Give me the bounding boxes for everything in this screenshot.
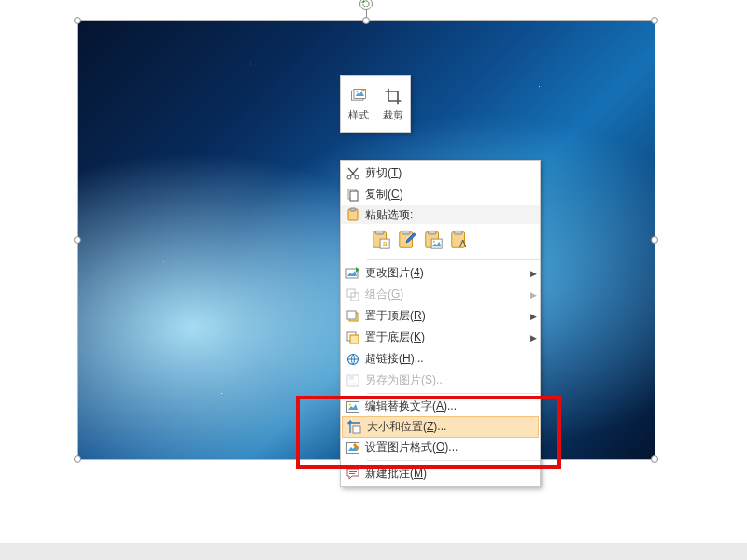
resize-handle-tr[interactable]: [651, 17, 658, 24]
alt-text-icon: [341, 399, 365, 414]
svg-rect-16: [429, 231, 436, 234]
menu-change-picture[interactable]: 更改图片(4) ▶: [341, 262, 540, 284]
svg-rect-26: [347, 311, 356, 319]
menu-save-as-picture: 另存为图片(S)...: [341, 370, 540, 391]
paste-options-header: 粘贴选项:: [341, 205, 540, 224]
submenu-arrow-icon: ▶: [527, 269, 540, 278]
clipboard-icon: [341, 207, 365, 222]
size-position-icon: [343, 420, 367, 435]
clipboard-picture-icon: [423, 230, 444, 250]
send-back-icon: [341, 330, 365, 345]
menu-separator: [367, 259, 540, 260]
menu-cut-label: 剪切(T): [365, 165, 540, 181]
crop-label: 裁剪: [383, 108, 403, 122]
crop-button[interactable]: 裁剪: [375, 76, 410, 132]
slide-canvas: 样式 裁剪 剪切(T) 复制(C) 粘贴选项:: [0, 0, 747, 543]
menu-change-picture-label: 更改图片(4): [365, 265, 527, 281]
menu-cut[interactable]: 剪切(T): [341, 162, 540, 184]
crop-icon: [383, 86, 403, 106]
new-comment-icon: [341, 467, 365, 482]
menu-send-back-label: 置于底层(K): [365, 329, 527, 345]
svg-rect-10: [376, 231, 384, 234]
submenu-arrow-icon: ▶: [527, 312, 540, 321]
picture-style-icon: [348, 86, 369, 106]
hyperlink-icon: [341, 352, 365, 367]
menu-size-and-position[interactable]: 大小和位置(Z)...: [342, 416, 539, 438]
resize-handle-ml[interactable]: [74, 236, 81, 244]
svg-point-3: [347, 175, 351, 179]
menu-save-as-picture-label: 另存为图片(S)...: [365, 372, 540, 388]
svg-point-18: [433, 241, 435, 243]
rotate-icon: [361, 0, 371, 8]
menu-group: 组合(G) ▶: [341, 284, 540, 305]
svg-rect-35: [353, 426, 360, 433]
bottom-strip: [0, 543, 747, 560]
svg-point-2: [356, 91, 358, 92]
svg-point-34: [349, 403, 351, 405]
scissors-icon: [341, 166, 365, 181]
mini-toolbar: 样式 裁剪: [340, 75, 411, 133]
resize-handle-tl[interactable]: [74, 17, 81, 24]
copy-icon: [341, 188, 365, 203]
resize-handle-mr[interactable]: [651, 236, 658, 244]
svg-rect-14: [402, 231, 410, 234]
menu-bring-front-label: 置于顶层(R): [365, 308, 527, 324]
picture-style-label: 样式: [348, 108, 369, 122]
bring-front-icon: [341, 309, 365, 324]
svg-rect-32: [349, 382, 357, 385]
clipboard-theme-icon: a: [371, 230, 391, 250]
menu-edit-alt-text[interactable]: 编辑替换文字(A)...: [341, 396, 540, 417]
context-menu: 剪切(T) 复制(C) 粘贴选项: a A: [340, 160, 541, 487]
resize-handle-bl[interactable]: [74, 455, 81, 463]
menu-format-picture-label: 设置图片格式(O)...: [365, 440, 540, 455]
menu-new-comment[interactable]: 新建批注(M): [341, 463, 540, 484]
menu-new-comment-label: 新建批注(M): [365, 466, 540, 482]
picture-style-button[interactable]: 样式: [341, 76, 375, 132]
clipboard-text-icon: A: [449, 230, 470, 250]
menu-size-position-label: 大小和位置(Z)...: [367, 419, 538, 435]
resize-handle-tm[interactable]: [362, 17, 370, 24]
paste-text-only[interactable]: A: [447, 228, 472, 252]
change-picture-icon: [341, 266, 365, 281]
svg-text:a: a: [383, 240, 388, 248]
svg-rect-28: [350, 335, 359, 343]
svg-rect-8: [350, 208, 356, 211]
resize-handle-br[interactable]: [651, 455, 658, 463]
format-picture-icon: [341, 441, 365, 455]
paste-use-destination-theme[interactable]: a: [369, 228, 393, 252]
paste-as-picture[interactable]: [421, 228, 445, 252]
menu-copy[interactable]: 复制(C): [341, 184, 540, 205]
save-picture-icon: [341, 373, 365, 388]
svg-text:A: A: [459, 238, 467, 249]
menu-separator: [367, 460, 540, 461]
menu-format-picture[interactable]: 设置图片格式(O)...: [341, 437, 540, 458]
rotation-handle[interactable]: [359, 0, 373, 10]
svg-rect-31: [349, 376, 354, 380]
menu-hyperlink-label: 超链接(H)...: [365, 351, 540, 367]
svg-rect-33: [347, 401, 359, 412]
svg-rect-17: [431, 239, 442, 248]
submenu-arrow-icon: ▶: [527, 290, 540, 300]
menu-bring-to-front[interactable]: 置于顶层(R) ▶: [341, 305, 540, 327]
clipboard-brush-icon: [397, 230, 417, 250]
menu-alt-text-label: 编辑替换文字(A)...: [365, 399, 540, 414]
paste-options-row: a A: [341, 224, 540, 258]
svg-rect-20: [455, 231, 462, 234]
menu-hyperlink[interactable]: 超链接(H)...: [341, 348, 540, 370]
menu-send-to-back[interactable]: 置于底层(K) ▶: [341, 327, 540, 348]
svg-point-4: [355, 175, 359, 179]
submenu-arrow-icon: ▶: [527, 333, 540, 343]
group-icon: [341, 287, 365, 302]
menu-copy-label: 复制(C): [365, 187, 540, 203]
paste-keep-source-formatting[interactable]: [395, 228, 419, 252]
menu-group-label: 组合(G): [365, 287, 527, 302]
paste-options-label: 粘贴选项:: [365, 207, 540, 223]
menu-separator: [367, 393, 540, 394]
svg-rect-6: [350, 191, 358, 201]
